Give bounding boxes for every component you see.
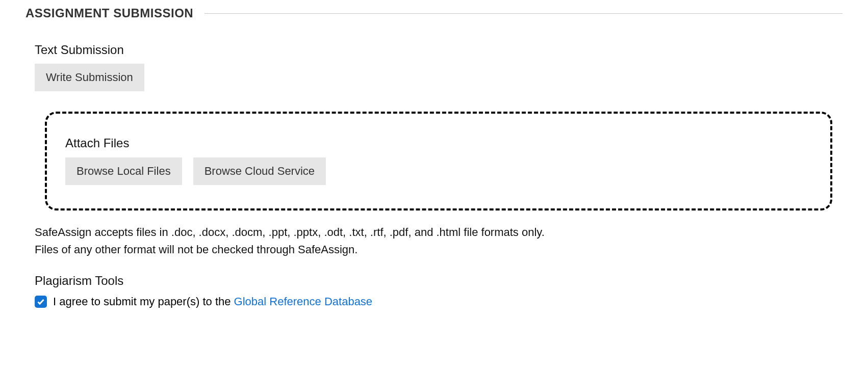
plagiarism-tools-label: Plagiarism Tools	[35, 273, 843, 289]
agree-checkbox[interactable]	[35, 296, 47, 308]
agree-text: I agree to submit my paper(s) to the	[53, 295, 234, 308]
section-divider	[205, 13, 843, 14]
attach-buttons-row: Browse Local Files Browse Cloud Service	[65, 157, 812, 185]
text-submission-label: Text Submission	[35, 42, 843, 58]
section-content: Text Submission Write Submission Attach …	[25, 42, 843, 309]
assignment-submission-section: ASSIGNMENT SUBMISSION Text Submission Wr…	[0, 0, 868, 330]
write-submission-button[interactable]: Write Submission	[35, 64, 144, 91]
section-title: ASSIGNMENT SUBMISSION	[25, 5, 193, 21]
attach-files-dropzone[interactable]: Attach Files Browse Local Files Browse C…	[45, 112, 832, 210]
text-submission-block: Text Submission Write Submission	[35, 42, 843, 91]
section-header: ASSIGNMENT SUBMISSION	[25, 5, 843, 21]
agree-text-wrap: I agree to submit my paper(s) to the Glo…	[53, 294, 372, 309]
attach-files-label: Attach Files	[65, 135, 812, 151]
check-icon	[37, 298, 45, 306]
safeassign-note-line2: Files of any other format will not be ch…	[35, 242, 843, 257]
plagiarism-agree-row: I agree to submit my paper(s) to the Glo…	[35, 294, 843, 309]
safeassign-note-line1: SafeAssign accepts files in .doc, .docx,…	[35, 225, 843, 240]
browse-local-files-button[interactable]: Browse Local Files	[65, 157, 182, 185]
browse-cloud-service-button[interactable]: Browse Cloud Service	[193, 157, 326, 185]
global-reference-database-link[interactable]: Global Reference Database	[234, 295, 373, 308]
